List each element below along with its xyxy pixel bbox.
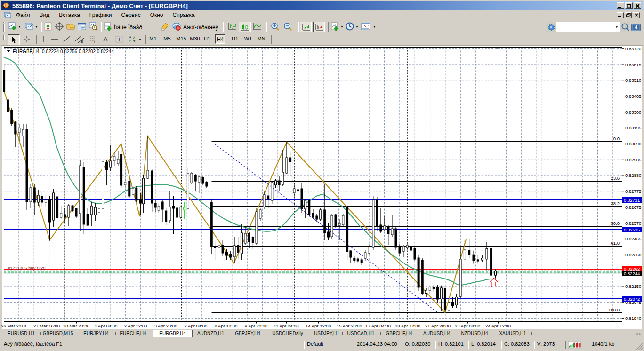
svg-text:A: A xyxy=(103,35,108,43)
svg-text:4: 4 xyxy=(635,25,637,30)
svg-text:F: F xyxy=(94,40,96,44)
svg-text:T: T xyxy=(118,37,121,42)
svg-text:E: E xyxy=(81,40,83,43)
